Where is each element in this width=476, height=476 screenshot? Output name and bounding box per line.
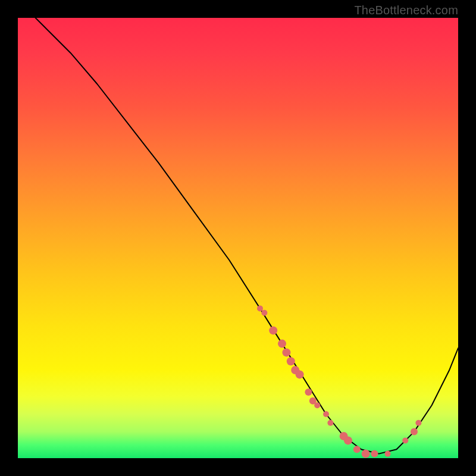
curve-marker bbox=[314, 402, 320, 408]
curve-marker bbox=[344, 436, 352, 444]
curve-marker bbox=[278, 340, 286, 348]
plot-area bbox=[18, 18, 458, 458]
attribution-label: TheBottleneck.com bbox=[354, 4, 458, 17]
bottleneck-curve bbox=[18, 18, 458, 458]
curve-marker bbox=[305, 389, 312, 396]
curve-marker bbox=[353, 446, 361, 453]
curve-marker bbox=[411, 428, 418, 436]
curve-marker bbox=[269, 326, 277, 334]
curve-marker bbox=[261, 310, 267, 316]
curve-marker bbox=[385, 451, 391, 457]
curve-line bbox=[36, 18, 458, 454]
curve-marker bbox=[282, 348, 290, 356]
chart-frame: TheBottleneck.com bbox=[0, 0, 476, 476]
curve-marker bbox=[362, 450, 370, 458]
curve-marker bbox=[257, 305, 263, 311]
curve-marker bbox=[287, 357, 295, 365]
curve-marker bbox=[296, 370, 304, 378]
curve-markers bbox=[257, 305, 421, 458]
curve-marker bbox=[323, 411, 329, 417]
curve-marker bbox=[327, 420, 333, 426]
curve-marker bbox=[402, 437, 408, 443]
curve-marker bbox=[371, 450, 378, 458]
curve-marker bbox=[415, 420, 421, 426]
